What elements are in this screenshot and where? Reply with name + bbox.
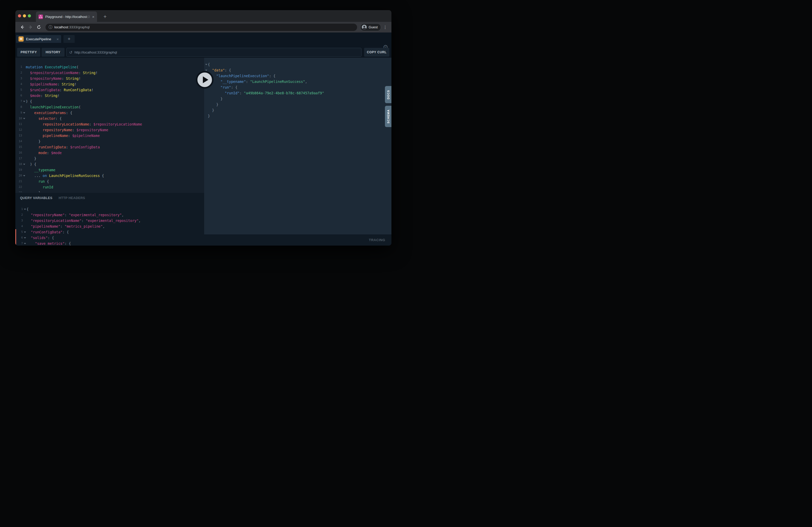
code-text: $pipelineName: String! — [26, 81, 204, 87]
profile-avatar-icon — [362, 25, 367, 30]
fold-gutter — [22, 138, 26, 144]
line-number: 8 — [15, 104, 22, 110]
line-number: 1 — [16, 206, 23, 212]
line-number: 7 — [16, 241, 23, 245]
play-icon — [203, 76, 208, 83]
fold-gutter — [22, 70, 26, 76]
code-text: run { — [26, 179, 204, 184]
code-line: { — [204, 62, 391, 67]
fold-gutter — [23, 212, 27, 218]
browser-tab[interactable]: Playground - http://localhost:3 × — [36, 12, 97, 22]
close-window-button[interactable] — [18, 14, 21, 17]
schema-side-tab[interactable]: SCHEMA — [385, 106, 391, 127]
code-text: mutation ExecutePipeline( — [26, 64, 204, 70]
fold-gutter — [204, 90, 208, 96]
query-variables-pane[interactable]: QUERY VARIABLES HTTP HEADERS 1{2 "reposi… — [15, 192, 204, 245]
tracing-toggle[interactable]: TRACING — [369, 238, 385, 242]
fold-arrow-icon[interactable] — [22, 161, 26, 167]
code-text: $mode: String! — [26, 93, 204, 99]
execute-play-button[interactable] — [196, 71, 214, 89]
code-text: repositoryLocationName: $repositoryLocat… — [26, 121, 204, 127]
code-text: repositoryName: $repositoryName — [26, 127, 204, 133]
code-line: 1mutation ExecutePipeline( — [15, 64, 204, 70]
code-text: __typename — [26, 167, 204, 173]
code-text: "run": { — [208, 85, 391, 90]
line-number: 2 — [16, 212, 23, 218]
code-text: } — [26, 190, 204, 192]
reload-icon[interactable] — [35, 24, 42, 31]
code-text: } — [208, 107, 391, 113]
new-session-button[interactable]: + — [63, 35, 75, 43]
tab-close-icon[interactable]: × — [92, 15, 95, 19]
fold-arrow-icon[interactable] — [23, 206, 27, 212]
new-tab-button[interactable]: + — [101, 13, 109, 20]
zoom-window-button[interactable] — [28, 14, 31, 17]
line-number: 12 — [15, 127, 22, 133]
browser-toolbar: ⓘ localhost:3333/graphql Guest ⋮ — [15, 22, 391, 32]
session-close-icon[interactable]: × — [56, 37, 59, 41]
code-text: { — [208, 62, 391, 67]
endpoint-url: http://localhost:3333/graphql — [75, 50, 117, 54]
fold-gutter — [22, 76, 26, 81]
fold-arrow-icon[interactable] — [23, 241, 27, 245]
code-text: } — [26, 156, 204, 161]
minimize-window-button[interactable] — [23, 14, 26, 17]
code-text: "save_metrics": { — [27, 241, 204, 245]
line-number: 6 — [16, 235, 23, 241]
tab-http-headers[interactable]: HTTP HEADERS — [59, 196, 85, 200]
tab-query-variables[interactable]: QUERY VARIABLES — [20, 196, 53, 200]
restore-endpoint-icon[interactable]: ↺ — [69, 50, 73, 54]
fold-arrow-icon[interactable] — [23, 229, 27, 235]
profile-button[interactable]: Guest — [360, 24, 381, 31]
endpoint-input[interactable]: ↺ http://localhost:3333/graphql — [66, 48, 362, 57]
browser-menu-icon[interactable]: ⋮ — [382, 24, 388, 31]
docs-side-tab[interactable]: DOCS — [385, 86, 391, 103]
code-line: 5 "runConfigData": { — [15, 229, 204, 235]
prettify-button[interactable]: PRETTIFY — [17, 48, 40, 57]
graphql-playground: M ExecutePipeline × + ⚙ PRETTIFY HISTORY… — [15, 32, 391, 245]
code-text: "launchPipelineExecution": { — [208, 73, 391, 79]
code-line: 22 runId — [15, 184, 204, 190]
code-line: 6 $mode: String! — [15, 93, 204, 99]
fold-gutter — [23, 224, 27, 229]
session-tab-title: ExecutePipeline — [26, 37, 54, 41]
site-info-icon[interactable]: ⓘ — [49, 25, 52, 30]
fold-gutter — [22, 179, 26, 184]
line-number: 23 — [15, 190, 22, 192]
fold-gutter — [22, 127, 26, 133]
fold-gutter — [204, 107, 208, 113]
forward-icon[interactable] — [27, 24, 34, 31]
code-text: { — [27, 206, 204, 212]
fold-arrow-icon[interactable] — [22, 173, 26, 179]
code-line: 2 "repositoryName": "experimental_reposi… — [15, 212, 204, 218]
line-number: 11 — [15, 121, 22, 127]
code-line: 2 $repositoryLocationName: String! — [15, 70, 204, 76]
code-line: 9 executionParams: { — [15, 110, 204, 116]
address-bar[interactable]: ⓘ localhost:3333/graphql — [45, 24, 357, 31]
session-tab[interactable]: M ExecutePipeline × — [16, 35, 61, 43]
line-number: 3 — [16, 218, 23, 224]
code-line: 4 $pipelineName: String! — [15, 81, 204, 87]
code-line: 17 } — [15, 156, 204, 161]
fold-arrow-icon[interactable] — [22, 110, 26, 116]
code-line: 12 repositoryName: $repositoryName — [15, 127, 204, 133]
query-editor[interactable]: 1mutation ExecutePipeline(2 $repositoryL… — [15, 58, 204, 192]
back-icon[interactable] — [18, 24, 26, 31]
graphql-favicon — [39, 15, 43, 19]
fold-arrow-icon[interactable] — [204, 62, 208, 67]
line-number: 2 — [15, 70, 22, 76]
copy-curl-button[interactable]: COPY CURL — [364, 48, 389, 57]
code-text: runId — [26, 184, 204, 190]
fold-arrow-icon[interactable] — [22, 116, 26, 121]
history-button[interactable]: HISTORY — [42, 48, 64, 57]
code-line: 7 "save_metrics": { — [15, 241, 204, 245]
code-line: "run": { — [204, 85, 391, 90]
code-text: ) { — [26, 99, 204, 104]
line-number: 15 — [15, 144, 22, 150]
code-line: 19 __typename — [15, 167, 204, 173]
fold-arrow-icon[interactable] — [22, 99, 26, 104]
fold-gutter — [204, 102, 208, 107]
code-text: executionParams: { — [26, 110, 204, 116]
line-number: 18 — [15, 161, 22, 167]
fold-arrow-icon[interactable] — [23, 235, 27, 241]
